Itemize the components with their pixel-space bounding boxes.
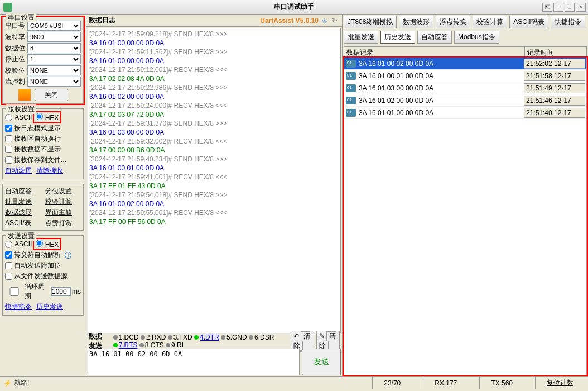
auto-append-checkbox[interactable] xyxy=(5,262,12,269)
misc-link[interactable]: 校验计算 xyxy=(45,197,81,207)
hex-icon xyxy=(346,97,356,104)
close-port-button[interactable]: 关闭 xyxy=(35,89,68,101)
diamond-icon[interactable]: ◈ xyxy=(322,17,330,25)
history-header: 数据记录 记录时间 xyxy=(344,46,587,58)
tx-counter: TX:560 xyxy=(479,377,524,389)
reset-counter-button[interactable]: 复位计数 xyxy=(535,377,585,389)
hex-icon xyxy=(346,60,356,68)
toolbar-tab[interactable]: 数据波形 xyxy=(399,16,433,28)
misc-link[interactable]: 自动应答 xyxy=(5,187,41,196)
port-settings-panel: 串口设置 串口号COM9 #USI波特率9600数据位8停止位1校验位NONE流… xyxy=(2,17,84,104)
cycle-period-input[interactable] xyxy=(51,287,71,296)
toolbar-tab[interactable]: 自动应答 xyxy=(417,31,452,44)
statusbar: ⚡就绪! 23/70 RX:177 TX:560 复位计数 xyxy=(0,376,588,389)
send-button[interactable]: 发送 xyxy=(302,349,341,375)
send-from-file-checkbox[interactable] xyxy=(5,273,12,280)
send-settings-panel: 发送设置 ASCII HEX 转义符自动解析i 自动发送附加位 从文件发送数据源… xyxy=(2,235,84,316)
signal-2.RXD[interactable]: 2.RXD xyxy=(141,333,166,341)
misc-link[interactable]: 批量发送 xyxy=(5,197,41,207)
signal-5.GND[interactable]: 5.GND xyxy=(221,333,247,341)
signal-4.DTR[interactable]: 4.DTR xyxy=(194,333,219,341)
port-校验位-select[interactable]: NONE xyxy=(27,65,81,75)
port-停止位-select[interactable]: 1 xyxy=(27,54,81,64)
escape-parse-checkbox[interactable] xyxy=(5,251,12,259)
close-button[interactable]: × xyxy=(576,3,586,12)
info-icon[interactable]: i xyxy=(65,252,71,259)
recv-hex-radio[interactable] xyxy=(36,113,43,120)
history-row[interactable]: 3A 16 01 03 00 00 0D 0A21:51:49 12-17 xyxy=(344,82,586,94)
misc-link[interactable]: 分包设置 xyxy=(45,187,81,196)
history-send-link[interactable]: 历史发送 xyxy=(36,302,63,312)
misc-links-panel: 自动应答分包设置批量发送校验计算数据波形界面主题ASCII/表点赞打赏 xyxy=(2,184,84,231)
bolt-icon: ⚡ xyxy=(3,379,12,387)
hex-icon xyxy=(346,72,356,80)
log-mode-checkbox[interactable] xyxy=(5,125,12,132)
toolbar-tab[interactable]: Modbus指令 xyxy=(454,31,499,44)
signal-6.DSR[interactable]: 6.DSR xyxy=(249,333,274,341)
cycle-checkbox[interactable] xyxy=(5,287,23,296)
window-title: 串口调试助手 xyxy=(274,2,314,12)
send-ascii-radio[interactable] xyxy=(5,241,12,248)
toolbar-tab[interactable]: 批量发送 xyxy=(344,31,378,44)
toolbar-tab[interactable]: 校验计算 xyxy=(473,16,507,28)
port-indicator-icon[interactable] xyxy=(18,89,31,101)
hex-icon xyxy=(346,84,356,92)
save-file-checkbox[interactable] xyxy=(5,156,12,164)
signal-1.DCD[interactable]: 1.DCD xyxy=(113,333,139,341)
signal-9.RI[interactable]: 9.RI xyxy=(166,341,184,349)
history-row[interactable]: 3A 16 01 02 00 00 0D 0A21:51:46 12-17 xyxy=(344,94,586,107)
toolbar-tab[interactable]: 浮点转换 xyxy=(436,16,470,28)
history-list[interactable]: 3A 16 01 00 02 00 0D 0A21:52:02 12-173A … xyxy=(344,58,587,375)
minimize-button[interactable]: − xyxy=(553,3,563,12)
maximize-button[interactable]: □ xyxy=(565,3,575,12)
log-area[interactable]: [2024-12-17 21:59:09.218]# SEND HEX/8 >>… xyxy=(88,28,341,333)
hide-recv-checkbox[interactable] xyxy=(5,146,12,153)
misc-link[interactable]: 数据波形 xyxy=(5,208,41,217)
port-数据位-select[interactable]: 8 xyxy=(27,43,81,53)
history-row[interactable]: 3A 16 01 00 02 00 0D 0A21:52:02 12-17 xyxy=(344,58,586,70)
toolbar: JT808终端模拟数据波形浮点转换校验计算ASCII码表快捷指令批量发送历史发送… xyxy=(343,15,588,45)
recv-settings-panel: 接收设置 ASCII HEX 按日志模式显示 接收区自动换行 接收数据不显示 接… xyxy=(2,108,84,179)
brand-label: UartAssist V5.0.10 xyxy=(260,17,319,25)
quick-cmd-link[interactable]: 快捷指令 xyxy=(5,302,32,312)
history-row[interactable]: 3A 16 01 01 00 00 0D 0A21:51:40 12-17 xyxy=(344,107,586,119)
toolbar-tab[interactable]: 快捷指令 xyxy=(551,16,585,28)
titlebar: 串口调试助手 ⇱ − □ × xyxy=(0,0,588,15)
signal-7.RTS[interactable]: 7.RTS xyxy=(113,341,138,349)
port-波特率-select[interactable]: 9600 xyxy=(27,32,81,42)
recv-ascii-radio[interactable] xyxy=(5,114,12,121)
hex-icon xyxy=(346,109,356,117)
app-icon xyxy=(3,3,12,12)
send-input[interactable]: 3A 16 01 00 02 00 0D 0A xyxy=(88,349,300,375)
toolbar-tab[interactable]: 历史发送 xyxy=(380,31,415,44)
misc-link[interactable]: ASCII/表 xyxy=(5,218,41,228)
pin-icon[interactable]: ⇱ xyxy=(542,3,552,12)
auto-scroll-link[interactable]: 自动滚屏 xyxy=(5,166,32,175)
toolbar-tab[interactable]: ASCII码表 xyxy=(509,16,548,28)
port-流控制-select[interactable]: NONE xyxy=(27,77,81,87)
rx-counter: RX:177 xyxy=(423,377,468,389)
misc-link[interactable]: 点赞打赏 xyxy=(45,218,81,228)
history-row[interactable]: 3A 16 01 00 01 00 0D 0A21:51:58 12-17 xyxy=(344,70,586,82)
clear-recv-link[interactable]: 清除接收 xyxy=(36,166,63,175)
send-hex-radio[interactable] xyxy=(36,240,43,247)
log-title: 数据日志 xyxy=(89,16,115,25)
signal-8.CTS[interactable]: 8.CTS xyxy=(139,341,164,349)
auto-wrap-checkbox[interactable] xyxy=(5,135,12,142)
send-tab-label: 数据发送 xyxy=(89,332,109,351)
toolbar-tab[interactable]: JT808终端模拟 xyxy=(344,16,397,28)
misc-link[interactable]: 界面主题 xyxy=(45,208,81,217)
refresh-icon[interactable]: ↻ xyxy=(332,17,340,25)
page-indicator: 23/70 xyxy=(372,377,412,389)
signal-3.TXD[interactable]: 3.TXD xyxy=(168,333,192,341)
